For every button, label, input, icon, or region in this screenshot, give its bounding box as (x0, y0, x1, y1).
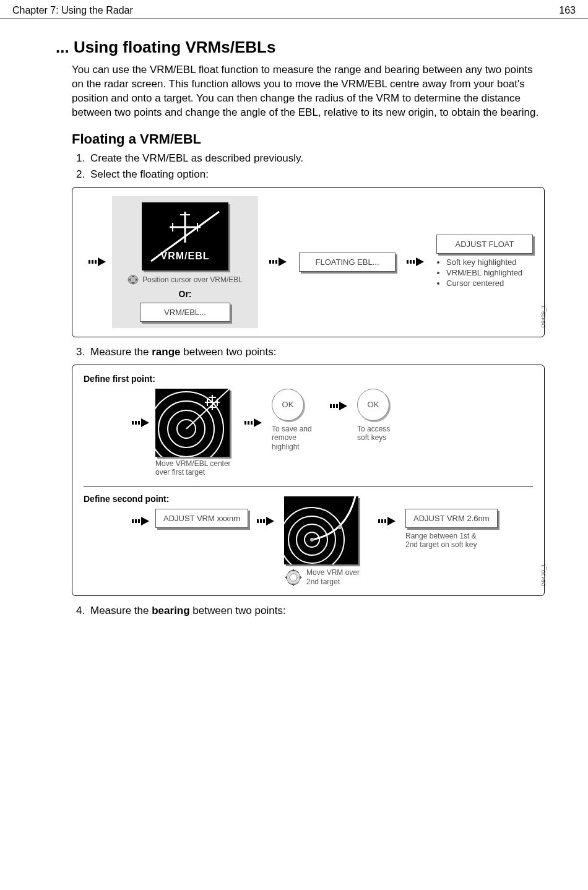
radar-second-target (284, 496, 358, 564)
svg-marker-53 (266, 517, 274, 525)
svg-rect-21 (413, 260, 415, 264)
svg-rect-68 (384, 519, 386, 523)
trackpad-icon (128, 274, 139, 285)
ok-button-1[interactable]: OK (272, 389, 304, 421)
svg-rect-0 (89, 260, 90, 264)
result-bullets: Soft key highlighted VRM/EBL highlighted… (436, 257, 533, 288)
floating-ebl-softkey[interactable]: FLOATING EBL... (299, 253, 396, 272)
step-4: Measure the bearing between two points: (88, 605, 545, 617)
adjust-vrm-xxx-softkey[interactable]: ADJUST VRM xxxnm (155, 509, 248, 528)
svg-rect-47 (135, 519, 137, 523)
svg-rect-42 (330, 404, 332, 408)
svg-rect-50 (257, 519, 259, 523)
svg-rect-52 (263, 519, 265, 523)
arrow-icon (269, 256, 288, 268)
adjust-float-softkey[interactable]: ADJUST FLOAT (436, 235, 533, 254)
define-first-point-heading: Define first point: (84, 374, 533, 384)
range-result-label: Range between 1st & 2nd target on soft k… (405, 532, 480, 550)
step-1: Create the VRM/EBL as described previous… (88, 152, 545, 165)
svg-rect-23 (132, 421, 134, 425)
arrow-icon (330, 400, 348, 412)
svg-rect-51 (260, 519, 262, 523)
intro-paragraph: You can use the VRM/EBL float function t… (72, 63, 545, 120)
vrm-ebl-label: VRM/EBL (142, 251, 228, 262)
adjust-vrm-value-softkey[interactable]: ADJUST VRM 2.6nm (405, 509, 498, 528)
svg-rect-25 (138, 421, 140, 425)
step-3: Measure the range between two points: (88, 346, 545, 358)
svg-rect-46 (132, 519, 134, 523)
arrow-icon (132, 417, 150, 429)
svg-rect-66 (378, 519, 380, 523)
svg-rect-19 (407, 260, 409, 264)
svg-marker-41 (254, 418, 262, 427)
svg-marker-3 (98, 257, 106, 266)
svg-marker-49 (141, 517, 149, 525)
svg-marker-22 (416, 257, 424, 266)
vrm-ebl-display: VRM/EBL (142, 202, 228, 270)
arrow-icon (257, 515, 275, 527)
svg-rect-44 (336, 404, 338, 408)
svg-point-59 (338, 525, 342, 529)
svg-rect-48 (138, 519, 140, 523)
arrow-icon (378, 515, 397, 527)
svg-rect-16 (272, 260, 274, 264)
figure-id: D8429_1 (540, 305, 547, 328)
svg-rect-24 (135, 421, 137, 425)
or-label: Or: (121, 289, 249, 299)
svg-marker-63 (300, 576, 302, 579)
svg-marker-45 (339, 402, 347, 410)
chapter-title: Chapter 7: Using the Radar (12, 5, 133, 16)
svg-rect-67 (381, 519, 383, 523)
arrow-icon (407, 256, 425, 268)
svg-rect-15 (269, 260, 271, 264)
svg-marker-65 (285, 576, 287, 579)
svg-rect-39 (248, 421, 249, 425)
rotary-icon (284, 568, 303, 587)
subheading: Floating a VRM/EBL (72, 131, 545, 147)
ok2-label: To access soft keys (357, 425, 400, 443)
move-first-label: Move VRM/EBL center over first target (155, 459, 236, 477)
radar-first-target (155, 389, 230, 457)
svg-rect-17 (275, 260, 277, 264)
svg-marker-18 (279, 257, 287, 266)
arrow-icon (89, 256, 107, 268)
svg-rect-38 (244, 421, 246, 425)
ok1-label: To save and remove highlight (272, 425, 321, 451)
svg-marker-69 (387, 517, 396, 525)
figure-2: Define first point: (72, 365, 545, 596)
cursor-hint: Position cursor over VRM/EBL (121, 274, 249, 285)
svg-rect-2 (95, 260, 97, 264)
arrow-icon (132, 515, 150, 527)
vrm-ebl-softkey[interactable]: VRM/EBL... (140, 303, 230, 322)
move-second-label: Move VRM over 2nd target (306, 568, 362, 586)
page-number: 163 (559, 5, 576, 16)
svg-rect-43 (333, 404, 335, 408)
svg-rect-40 (251, 421, 253, 425)
ok-button-2[interactable]: OK (357, 389, 389, 421)
page-header: Chapter 7: Using the Radar 163 (0, 0, 588, 19)
svg-rect-20 (410, 260, 412, 264)
figure-id: D8430_1 (540, 564, 547, 587)
svg-point-61 (290, 574, 297, 581)
svg-marker-26 (141, 418, 149, 427)
section-title: ... Using floating VRMs/EBLs (56, 38, 545, 57)
arrow-icon (244, 417, 263, 429)
figure-1: VRM/EBL Position cursor over VRM/EBL Or:… (72, 187, 545, 337)
svg-rect-1 (92, 260, 93, 264)
svg-point-58 (310, 538, 314, 542)
option-panel: VRM/EBL Position cursor over VRM/EBL Or:… (112, 196, 258, 328)
step-2: Select the floating option: (88, 168, 545, 181)
